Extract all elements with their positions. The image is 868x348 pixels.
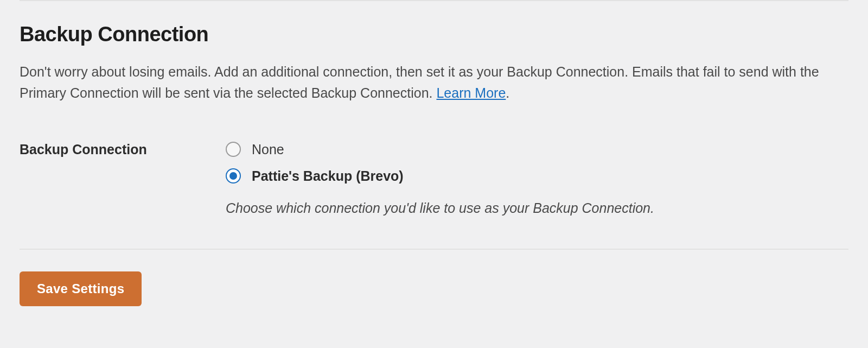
bottom-divider bbox=[20, 249, 848, 250]
radio-icon bbox=[226, 142, 241, 157]
section-title: Backup Connection bbox=[20, 23, 848, 46]
radio-option-none[interactable]: None bbox=[226, 142, 848, 157]
section-description: Don't worry about losing emails. Add an … bbox=[20, 61, 844, 104]
radio-label-none: None bbox=[252, 142, 284, 157]
backup-connection-row: Backup Connection None Pattie's Backup (… bbox=[20, 142, 848, 216]
radio-icon-selected bbox=[226, 168, 241, 184]
backup-connection-help-text: Choose which connection you'd like to us… bbox=[226, 200, 848, 216]
radio-dot-icon bbox=[229, 172, 237, 180]
backup-connection-label: Backup Connection bbox=[20, 142, 226, 157]
save-settings-button[interactable]: Save Settings bbox=[20, 271, 142, 306]
description-text-2: . bbox=[506, 85, 509, 100]
description-text-1: Don't worry about losing emails. Add an … bbox=[20, 64, 819, 100]
radio-label-patties-backup: Pattie's Backup (Brevo) bbox=[252, 168, 404, 184]
radio-option-patties-backup[interactable]: Pattie's Backup (Brevo) bbox=[226, 168, 848, 184]
backup-connection-control: None Pattie's Backup (Brevo) Choose whic… bbox=[226, 142, 848, 216]
top-divider bbox=[20, 0, 848, 1]
learn-more-link[interactable]: Learn More bbox=[436, 85, 506, 100]
